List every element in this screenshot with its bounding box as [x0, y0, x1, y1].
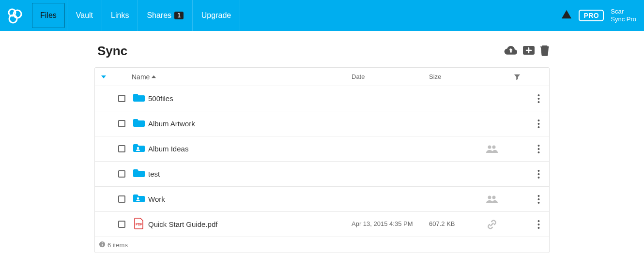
item-count: 6 items	[107, 241, 128, 249]
col-header-size[interactable]: Size	[429, 73, 477, 80]
file-name[interactable]: Quick Start Guide.pdf	[147, 220, 352, 228]
table-footer: 6 items	[95, 237, 549, 253]
row-checkbox[interactable]	[118, 95, 125, 102]
file-name[interactable]: Album Artwork	[147, 120, 352, 128]
new-folder-button[interactable]	[522, 45, 535, 58]
info-icon	[99, 241, 106, 249]
col-header-name[interactable]: Name	[131, 73, 352, 81]
folder-icon	[133, 118, 145, 129]
svg-point-19	[137, 197, 139, 199]
svg-point-23	[537, 198, 539, 200]
svg-point-21	[492, 195, 496, 199]
svg-point-27	[537, 224, 539, 225]
table-header: Name Date Size	[95, 68, 549, 86]
row-actions-menu[interactable]	[528, 170, 549, 179]
table-row[interactable]: 500files	[95, 86, 549, 111]
row-checkbox[interactable]	[118, 170, 125, 178]
file-table: Name Date Size 500files	[94, 67, 550, 253]
folder-icon	[133, 93, 145, 104]
nav-upgrade[interactable]: Upgrade	[193, 0, 240, 31]
page-title: Sync	[94, 44, 504, 59]
main-nav: Files Vault Links Shares 1 Upgrade	[30, 0, 240, 31]
svg-point-11	[488, 145, 491, 149]
file-name[interactable]: test	[147, 170, 352, 178]
svg-point-18	[537, 177, 539, 179]
nav-files[interactable]: Files	[32, 3, 65, 28]
nav-shares[interactable]: Shares 1	[138, 0, 192, 31]
row-actions-menu[interactable]	[528, 195, 549, 204]
shared-folder-icon	[133, 194, 145, 205]
table-row[interactable]: test	[95, 162, 549, 187]
svg-point-13	[537, 145, 539, 147]
row-checkbox[interactable]	[118, 145, 125, 152]
row-checkbox[interactable]	[118, 120, 125, 127]
top-navbar: Files Vault Links Shares 1 Upgrade PRO S…	[0, 0, 644, 31]
file-name[interactable]: 500files	[147, 94, 352, 103]
nav-shares-label: Shares	[147, 11, 171, 20]
shared-folder-icon	[133, 143, 145, 154]
row-actions-menu[interactable]	[528, 120, 549, 128]
svg-point-15	[537, 151, 539, 153]
folder-icon	[133, 168, 145, 179]
svg-point-4	[537, 94, 539, 96]
file-size: 607.2 KB	[429, 220, 477, 228]
svg-rect-30	[102, 244, 103, 246]
alert-icon[interactable]	[561, 9, 572, 22]
file-name[interactable]: Album Ideas	[147, 145, 352, 153]
nav-vault[interactable]: Vault	[67, 0, 102, 31]
svg-point-16	[537, 170, 539, 172]
main-content: Sync Name Date Size	[94, 31, 550, 253]
file-name[interactable]: Work	[147, 195, 352, 203]
svg-point-28	[537, 227, 539, 229]
nav-links[interactable]: Links	[102, 0, 138, 31]
svg-point-5	[537, 98, 539, 100]
svg-point-20	[488, 195, 491, 199]
svg-point-10	[137, 147, 139, 149]
table-row[interactable]: Work	[95, 187, 549, 212]
app-logo[interactable]	[0, 0, 30, 31]
page-header: Sync	[94, 44, 550, 59]
svg-point-9	[537, 126, 539, 128]
row-actions-menu[interactable]	[528, 220, 549, 229]
page-actions	[504, 45, 550, 58]
svg-point-26	[537, 220, 539, 222]
file-date: Apr 13, 2015 4:35 PM	[352, 220, 429, 228]
row-checkbox[interactable]	[118, 221, 125, 228]
svg-point-24	[537, 202, 539, 204]
svg-point-6	[537, 101, 539, 103]
shared-indicator-icon	[477, 145, 506, 153]
link-indicator-icon	[477, 220, 506, 229]
table-row[interactable]: Album Ideas	[95, 136, 549, 162]
svg-text:PDF: PDF	[136, 223, 143, 226]
upload-button[interactable]	[504, 45, 518, 58]
row-actions-menu[interactable]	[528, 94, 549, 103]
filter-button[interactable]	[506, 74, 528, 80]
row-actions-menu[interactable]	[528, 145, 549, 153]
table-row[interactable]: Album Artwork	[95, 111, 549, 136]
svg-point-17	[537, 173, 539, 175]
user-menu[interactable]: Scar Sync Pro	[611, 8, 636, 23]
pro-badge: PRO	[579, 10, 604, 21]
svg-point-7	[537, 120, 539, 121]
svg-point-22	[537, 195, 539, 197]
svg-point-8	[537, 123, 539, 125]
user-name: Scar	[611, 8, 636, 15]
pdf-file-icon: PDF	[134, 218, 144, 231]
col-header-date[interactable]: Date	[352, 73, 429, 80]
select-all-dropdown[interactable]	[95, 75, 112, 79]
user-plan: Sync Pro	[611, 15, 636, 23]
table-row[interactable]: PDF Quick Start Guide.pdf Apr 13, 2015 4…	[95, 212, 549, 237]
svg-point-31	[102, 242, 103, 243]
trash-button[interactable]	[540, 45, 550, 58]
nav-shares-badge: 1	[174, 12, 184, 19]
top-right: PRO Scar Sync Pro	[561, 0, 644, 31]
row-checkbox[interactable]	[118, 195, 125, 203]
svg-point-14	[537, 148, 539, 150]
svg-point-12	[492, 145, 496, 149]
shared-indicator-icon	[477, 195, 506, 204]
